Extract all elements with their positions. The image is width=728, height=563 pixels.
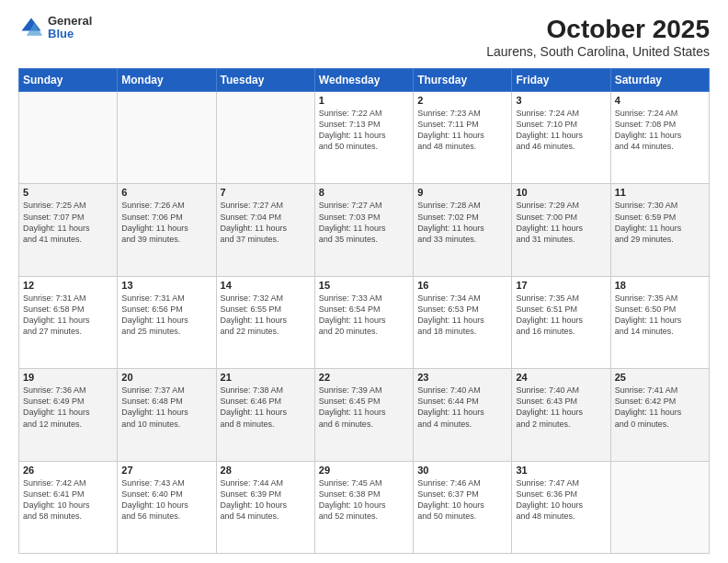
calendar-cell: 13Sunrise: 7:31 AM Sunset: 6:56 PM Dayli… [118,276,216,368]
day-number: 5 [23,187,113,198]
day-info: Sunrise: 7:35 AM Sunset: 6:50 PM Dayligh… [615,293,705,338]
col-friday: Friday [512,69,610,92]
calendar-cell: 6Sunrise: 7:26 AM Sunset: 7:06 PM Daylig… [118,184,216,276]
day-info: Sunrise: 7:45 AM Sunset: 6:38 PM Dayligh… [319,477,409,523]
day-info: Sunrise: 7:36 AM Sunset: 6:49 PM Dayligh… [23,385,113,430]
day-number: 15 [319,280,409,291]
calendar-cell: 28Sunrise: 7:44 AM Sunset: 6:39 PM Dayli… [216,461,314,553]
day-number: 28 [221,465,311,476]
header-row: Sunday Monday Tuesday Wednesday Thursday… [19,69,710,92]
calendar-cell: 29Sunrise: 7:45 AM Sunset: 6:38 PM Dayli… [314,461,413,553]
day-info: Sunrise: 7:27 AM Sunset: 7:03 PM Dayligh… [319,200,409,245]
day-number: 27 [121,465,211,476]
day-info: Sunrise: 7:39 AM Sunset: 6:45 PM Dayligh… [319,385,409,430]
col-tuesday: Tuesday [216,69,314,92]
day-number: 12 [23,280,113,291]
day-number: 8 [319,187,409,198]
day-info: Sunrise: 7:46 AM Sunset: 6:37 PM Dayligh… [417,477,507,523]
calendar-cell: 2Sunrise: 7:23 AM Sunset: 7:11 PM Daylig… [414,92,512,184]
day-info: Sunrise: 7:34 AM Sunset: 6:53 PM Dayligh… [417,293,507,338]
day-number: 9 [417,187,507,198]
day-info: Sunrise: 7:38 AM Sunset: 6:46 PM Dayligh… [221,385,311,430]
day-number: 26 [23,465,113,476]
day-number: 1 [319,95,409,106]
calendar-cell: 9Sunrise: 7:28 AM Sunset: 7:02 PM Daylig… [414,184,512,276]
calendar-cell: 5Sunrise: 7:25 AM Sunset: 7:07 PM Daylig… [19,184,118,276]
week-row-2: 12Sunrise: 7:31 AM Sunset: 6:58 PM Dayli… [19,276,710,368]
calendar-title: October 2025 [486,15,710,44]
calendar-cell: 20Sunrise: 7:37 AM Sunset: 6:48 PM Dayli… [118,369,216,461]
day-info: Sunrise: 7:28 AM Sunset: 7:02 PM Dayligh… [417,200,507,245]
calendar-cell: 27Sunrise: 7:43 AM Sunset: 6:40 PM Dayli… [118,461,216,553]
calendar-cell: 12Sunrise: 7:31 AM Sunset: 6:58 PM Dayli… [19,276,118,368]
day-number: 19 [23,372,113,383]
calendar-cell [118,92,216,184]
calendar-cell: 3Sunrise: 7:24 AM Sunset: 7:10 PM Daylig… [512,92,610,184]
day-number: 13 [121,280,211,291]
day-info: Sunrise: 7:26 AM Sunset: 7:06 PM Dayligh… [121,200,211,245]
col-saturday: Saturday [610,69,709,92]
calendar-cell: 21Sunrise: 7:38 AM Sunset: 6:46 PM Dayli… [216,369,314,461]
title-block: October 2025 Laurens, South Carolina, Un… [486,15,710,59]
day-number: 22 [319,372,409,383]
week-row-1: 5Sunrise: 7:25 AM Sunset: 7:07 PM Daylig… [19,184,710,276]
calendar-cell: 22Sunrise: 7:39 AM Sunset: 6:45 PM Dayli… [314,369,413,461]
day-info: Sunrise: 7:40 AM Sunset: 6:43 PM Dayligh… [516,385,606,430]
day-info: Sunrise: 7:29 AM Sunset: 7:00 PM Dayligh… [516,200,606,245]
day-info: Sunrise: 7:23 AM Sunset: 7:11 PM Dayligh… [417,108,507,153]
day-info: Sunrise: 7:44 AM Sunset: 6:39 PM Dayligh… [221,477,311,523]
day-info: Sunrise: 7:25 AM Sunset: 7:07 PM Dayligh… [23,200,113,245]
day-number: 11 [615,187,705,198]
col-monday: Monday [118,69,216,92]
day-number: 6 [121,187,211,198]
day-info: Sunrise: 7:31 AM Sunset: 6:58 PM Dayligh… [23,293,113,338]
day-info: Sunrise: 7:30 AM Sunset: 6:59 PM Dayligh… [615,200,705,245]
logo-icon [18,15,44,40]
day-info: Sunrise: 7:33 AM Sunset: 6:54 PM Dayligh… [319,293,409,338]
day-info: Sunrise: 7:41 AM Sunset: 6:42 PM Dayligh… [615,385,705,430]
calendar-subtitle: Laurens, South Carolina, United States [486,44,710,59]
col-sunday: Sunday [19,69,118,92]
day-number: 10 [516,187,606,198]
day-number: 2 [417,95,507,106]
calendar-cell: 4Sunrise: 7:24 AM Sunset: 7:08 PM Daylig… [610,92,709,184]
day-number: 29 [319,465,409,476]
day-info: Sunrise: 7:27 AM Sunset: 7:04 PM Dayligh… [221,200,311,245]
day-info: Sunrise: 7:24 AM Sunset: 7:08 PM Dayligh… [615,108,705,153]
calendar-cell: 11Sunrise: 7:30 AM Sunset: 6:59 PM Dayli… [610,184,709,276]
calendar-cell: 18Sunrise: 7:35 AM Sunset: 6:50 PM Dayli… [610,276,709,368]
day-info: Sunrise: 7:40 AM Sunset: 6:44 PM Dayligh… [417,385,507,430]
day-number: 16 [417,280,507,291]
week-row-0: 1Sunrise: 7:22 AM Sunset: 7:13 PM Daylig… [19,92,710,184]
day-number: 7 [221,187,311,198]
day-number: 4 [615,95,705,106]
calendar-cell: 30Sunrise: 7:46 AM Sunset: 6:37 PM Dayli… [414,461,512,553]
calendar-cell: 24Sunrise: 7:40 AM Sunset: 6:43 PM Dayli… [512,369,610,461]
day-number: 30 [417,465,507,476]
calendar-cell: 25Sunrise: 7:41 AM Sunset: 6:42 PM Dayli… [610,369,709,461]
day-number: 25 [615,372,705,383]
col-thursday: Thursday [414,69,512,92]
logo-text: General Blue [48,15,92,41]
day-info: Sunrise: 7:32 AM Sunset: 6:55 PM Dayligh… [221,293,311,338]
calendar-table: Sunday Monday Tuesday Wednesday Thursday… [18,68,710,554]
page: General Blue October 2025 Laurens, South… [0,0,728,563]
day-info: Sunrise: 7:22 AM Sunset: 7:13 PM Dayligh… [319,108,409,153]
calendar-cell: 1Sunrise: 7:22 AM Sunset: 7:13 PM Daylig… [314,92,413,184]
calendar-cell: 19Sunrise: 7:36 AM Sunset: 6:49 PM Dayli… [19,369,118,461]
day-info: Sunrise: 7:35 AM Sunset: 6:51 PM Dayligh… [516,293,606,338]
day-info: Sunrise: 7:31 AM Sunset: 6:56 PM Dayligh… [121,293,211,338]
calendar-cell: 23Sunrise: 7:40 AM Sunset: 6:44 PM Dayli… [414,369,512,461]
day-number: 18 [615,280,705,291]
day-number: 23 [417,372,507,383]
col-wednesday: Wednesday [314,69,413,92]
logo-blue: Blue [48,28,92,40]
calendar-cell: 15Sunrise: 7:33 AM Sunset: 6:54 PM Dayli… [314,276,413,368]
calendar-cell: 10Sunrise: 7:29 AM Sunset: 7:00 PM Dayli… [512,184,610,276]
calendar-cell: 26Sunrise: 7:42 AM Sunset: 6:41 PM Dayli… [19,461,118,553]
day-info: Sunrise: 7:42 AM Sunset: 6:41 PM Dayligh… [23,477,113,523]
calendar-cell: 14Sunrise: 7:32 AM Sunset: 6:55 PM Dayli… [216,276,314,368]
day-number: 17 [516,280,606,291]
calendar-cell: 8Sunrise: 7:27 AM Sunset: 7:03 PM Daylig… [314,184,413,276]
day-number: 20 [121,372,211,383]
